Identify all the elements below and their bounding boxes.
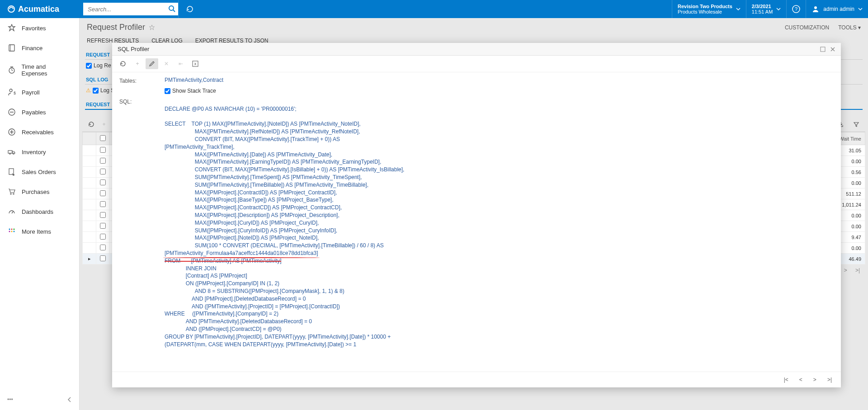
dialog-pager: |< < > >| (112, 372, 841, 387)
sidebar: Favorites Finance Time and Expenses $Pay… (0, 18, 80, 410)
customization-link[interactable]: CUSTOMIZATION (785, 24, 829, 31)
gauge-icon (7, 207, 16, 216)
svg-point-12 (9, 89, 12, 92)
favorite-star-icon[interactable] (149, 24, 155, 31)
svg-point-26 (9, 229, 10, 230)
modal-edit-icon[interactable] (146, 58, 158, 69)
tables-value: PMTimeActivity,Contract (165, 77, 834, 84)
svg-text:$: $ (14, 91, 16, 95)
user-menu[interactable]: admin admin (806, 0, 868, 18)
truck-icon (7, 147, 16, 156)
refresh-button[interactable] (178, 0, 201, 18)
warning-icon: ⚠ (86, 87, 91, 94)
sidebar-item-more[interactable]: More Items (0, 221, 79, 241)
person-dollar-icon: $ (7, 88, 16, 97)
help-button[interactable]: ? (786, 0, 806, 18)
svg-rect-6 (9, 45, 14, 51)
svg-rect-32 (821, 47, 825, 52)
date-selector[interactable]: 2/3/2021 11:51 AM (746, 0, 786, 18)
svg-point-24 (13, 193, 14, 195)
chevron-down-icon (776, 7, 781, 11)
maximize-icon[interactable] (820, 47, 826, 52)
close-icon[interactable] (830, 47, 835, 52)
modal-delete-icon[interactable]: ✕ (160, 58, 173, 69)
tools-menu[interactable]: TOOLS ▾ (838, 24, 861, 31)
pager-next-icon[interactable]: > (844, 267, 847, 273)
modal-refresh-icon[interactable] (117, 58, 129, 69)
logo-icon (7, 5, 15, 13)
logo: Acumatica (0, 5, 80, 14)
search-icon[interactable] (168, 5, 175, 12)
star-icon (7, 24, 16, 33)
modal-excel-icon[interactable]: x (189, 58, 202, 69)
user-icon (811, 5, 820, 13)
svg-text:x: x (194, 61, 197, 66)
svg-point-30 (11, 231, 13, 232)
pager-first-icon[interactable]: |< (784, 377, 788, 383)
svg-point-23 (10, 193, 12, 195)
svg-point-28 (14, 229, 15, 230)
svg-point-27 (11, 229, 13, 230)
tables-label: Tables: (119, 77, 165, 84)
pager-last-icon[interactable]: >| (855, 267, 860, 273)
sidebar-item-sales-orders[interactable]: Sales Orders (0, 162, 79, 182)
plus-circle-icon (7, 127, 16, 137)
modal-add-icon[interactable]: + (131, 58, 144, 69)
svg-rect-22 (9, 169, 14, 174)
sidebar-item-receivables[interactable]: Receivables (0, 122, 79, 142)
book-icon (7, 43, 16, 52)
more-icon[interactable]: ••• (7, 396, 13, 403)
search-input[interactable] (83, 3, 178, 15)
sidebar-item-time-expenses[interactable]: Time and Expenses (0, 58, 79, 82)
sql-profiler-dialog: SQL Profiler + ✕ ⇤ x Tables: PMTimeActiv… (112, 43, 841, 387)
grid-filter-icon[interactable] (850, 119, 863, 130)
logo-text: Acumatica (18, 5, 59, 14)
pager-next-icon[interactable]: > (813, 377, 816, 383)
sql-label: SQL: (119, 98, 165, 105)
modal-nav-icon[interactable]: ⇤ (175, 58, 187, 69)
show-stack-trace-checkbox[interactable]: Show Stack Trace (165, 88, 216, 94)
sidebar-item-payables[interactable]: Payables (0, 102, 79, 122)
sidebar-item-inventory[interactable]: Inventory (0, 142, 79, 162)
sidebar-item-favorites[interactable]: Favorites (0, 18, 79, 38)
tenant-selector[interactable]: Revision Two Products Products Wholesale (672, 0, 746, 18)
dialog-title: SQL Profiler (118, 46, 149, 52)
minus-circle-icon (7, 108, 16, 117)
svg-point-1 (169, 6, 174, 10)
sidebar-item-payroll[interactable]: $Payroll (0, 82, 79, 102)
sidebar-item-finance[interactable]: Finance (0, 38, 79, 58)
svg-point-29 (9, 231, 10, 232)
svg-point-31 (14, 231, 15, 232)
doc-arrow-icon (7, 167, 16, 176)
chevron-down-icon (736, 7, 741, 11)
svg-point-5 (814, 6, 817, 9)
sidebar-item-dashboards[interactable]: Dashboards (0, 202, 79, 221)
grid-icon (7, 227, 16, 236)
grid-refresh-icon[interactable] (85, 119, 98, 130)
svg-point-20 (9, 153, 11, 155)
clock-icon (7, 66, 16, 75)
pager-last-icon[interactable]: >| (827, 377, 832, 383)
chevron-down-icon (858, 7, 863, 11)
app-header: Acumatica Revision Two Products Products… (0, 0, 868, 18)
svg-text:?: ? (795, 6, 797, 12)
page-title: Request Profiler (87, 23, 145, 32)
collapse-icon[interactable] (67, 396, 72, 403)
sql-text[interactable]: DECLARE @P0 AS NVARCHAR (10) = 'PR000000… (165, 98, 422, 356)
search-box (83, 3, 178, 15)
svg-point-21 (13, 153, 14, 155)
svg-line-25 (12, 212, 13, 213)
grid-add-icon[interactable]: + (98, 119, 110, 130)
sidebar-item-purchases[interactable]: Purchases (0, 182, 79, 202)
pager-prev-icon[interactable]: < (799, 377, 802, 383)
cart-icon (7, 187, 16, 196)
svg-line-2 (173, 10, 175, 12)
